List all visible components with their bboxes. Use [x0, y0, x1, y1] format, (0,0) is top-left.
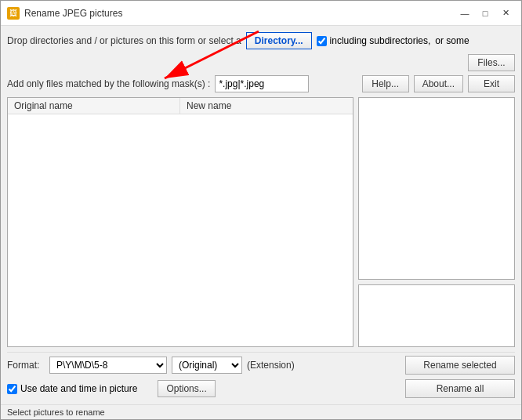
close-button[interactable]: ✕	[496, 5, 515, 21]
rename-buttons: Rename selected	[405, 356, 515, 375]
title-bar: 🖼 Rename JPEG pictures — □ ✕	[1, 1, 521, 26]
drop-label: Drop directories and / or pictures on th…	[7, 35, 241, 46]
subdirectory-checkbox-row: including subdirectories,	[317, 35, 431, 46]
help-button[interactable]: Help...	[362, 75, 409, 92]
format-select[interactable]: P\Y\M\D\5-8	[49, 357, 167, 374]
bottom-section: Format: P\Y\M\D\5-8 (Original) (Extensio…	[7, 352, 515, 398]
main-window: 🖼 Rename JPEG pictures — □ ✕ Drop direct…	[0, 0, 522, 420]
rename-all-container: Rename all	[405, 379, 515, 398]
status-text: Select pictures to rename	[7, 407, 105, 417]
preview-box-main	[358, 97, 515, 280]
files-button[interactable]: Files...	[468, 54, 515, 71]
status-bar: Select pictures to rename	[1, 404, 521, 419]
subdirectory-label: including subdirectories,	[330, 35, 431, 46]
help-about-exit-row: Help... About... Exit	[362, 75, 515, 92]
mask-label: Add only files matched by the following …	[7, 78, 210, 89]
maximize-button[interactable]: □	[476, 5, 495, 21]
app-icon: 🖼	[7, 7, 20, 20]
file-list-header: Original name New name	[8, 98, 353, 114]
datetime-checkbox[interactable]	[7, 384, 17, 394]
datetime-label: Use date and time in picture	[20, 383, 137, 394]
title-bar-left: 🖼 Rename JPEG pictures	[7, 7, 122, 20]
title-controls: — □ ✕	[455, 5, 515, 21]
right-panel	[358, 97, 515, 347]
about-button[interactable]: About...	[414, 75, 463, 92]
rename-selected-button[interactable]: Rename selected	[405, 356, 515, 375]
col-new-header: New name	[180, 98, 353, 114]
or-some-label: or some	[435, 35, 469, 46]
row1: Drop directories and / or pictures on th…	[7, 32, 515, 71]
col-original-header: Original name	[8, 98, 180, 114]
window-title: Rename JPEG pictures	[24, 8, 122, 19]
format-row: Format: P\Y\M\D\5-8 (Original) (Extensio…	[7, 356, 515, 375]
file-list-body[interactable]	[8, 114, 353, 346]
top-rows: Drop directories and / or pictures on th…	[7, 32, 515, 92]
preview-box-small	[358, 284, 515, 347]
directory-button[interactable]: Directory...	[246, 32, 312, 49]
options-row: Use date and time in picture Options... …	[7, 379, 515, 398]
datetime-checkbox-row: Use date and time in picture	[7, 383, 137, 394]
row2: Add only files matched by the following …	[7, 75, 515, 92]
subdirectory-checkbox[interactable]	[317, 36, 327, 46]
file-list-container: Original name New name	[7, 97, 353, 347]
exit-button[interactable]: Exit	[468, 75, 515, 92]
extension-label: (Extension)	[247, 360, 295, 371]
original-select[interactable]: (Original)	[172, 357, 242, 374]
rename-all-button[interactable]: Rename all	[405, 379, 515, 398]
mask-input[interactable]	[215, 75, 309, 92]
minimize-button[interactable]: —	[455, 5, 474, 21]
options-button[interactable]: Options...	[158, 380, 215, 397]
file-area: Original name New name	[7, 97, 515, 347]
header-right-btns: Files...	[468, 54, 515, 71]
format-label: Format:	[7, 360, 45, 371]
content-area: Drop directories and / or pictures on th…	[1, 26, 521, 404]
